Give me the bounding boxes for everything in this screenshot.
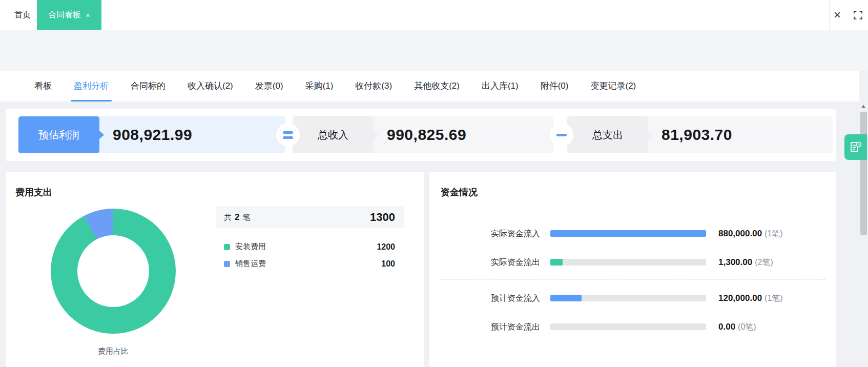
tab-contract-board[interactable]: 合同看板 × xyxy=(37,0,101,30)
legend-label: 安装费用 xyxy=(235,242,377,252)
funds-row-value: 1,300.00 xyxy=(718,257,752,267)
contract-dashboard-app: 首页 合同看板 × × 合同：安装中央空调项目 未完成部分开票部分收款部分收入确… xyxy=(0,0,868,367)
arrow-right-icon xyxy=(373,130,378,139)
legend-value: 1200 xyxy=(377,242,395,252)
funds-row-value-group: 1,300.00(2笔) xyxy=(718,254,773,271)
funds-bar xyxy=(550,230,706,237)
expense-value: 81,903.70 xyxy=(662,116,732,153)
legend-header: 共2笔 1300 xyxy=(216,206,404,228)
funds-bar xyxy=(550,323,706,330)
funds-row-value: 0.00 xyxy=(718,322,735,332)
funds-row-label: 预计资金流入 xyxy=(460,290,540,307)
funds-row-value-group: 0.00(0笔) xyxy=(718,318,756,336)
operation-log-button[interactable] xyxy=(844,134,867,160)
content-tab[interactable]: 其他收支(2) xyxy=(414,71,460,101)
tab-contract-board-label: 合同看板 xyxy=(48,0,81,30)
window-topbar: 首页 合同看板 × × xyxy=(0,0,868,30)
legend-value: 100 xyxy=(381,259,395,269)
content-tab[interactable]: 看板 xyxy=(34,71,52,101)
profit-value-area: 预估利润 908,921.99 xyxy=(18,116,285,153)
funds-row-count: (0笔) xyxy=(738,322,756,331)
content-tab[interactable]: 采购(1) xyxy=(305,71,334,101)
expense-total-value: 1300 xyxy=(370,211,395,224)
funds-bar-fill xyxy=(550,230,706,237)
expense-value-area: 总支出 81,903.70 xyxy=(567,116,833,153)
funds-row: 预计资金流出0.00(0笔) xyxy=(429,318,836,336)
funds-bar-fill xyxy=(550,259,563,266)
expense-label: 总支出 xyxy=(567,116,648,153)
funds-bar xyxy=(550,295,706,301)
income-label: 总收入 xyxy=(293,116,374,153)
legend-color-square xyxy=(224,244,230,250)
content-tab[interactable]: 盈利分析 xyxy=(74,71,109,101)
funds-row: 实际资金流入880,000.00(1笔) xyxy=(429,225,836,242)
donut-hole xyxy=(77,235,149,307)
minus-icon xyxy=(550,123,573,147)
funds-row-count: (1笔) xyxy=(764,294,783,302)
detail-tabs: 看板盈利分析合同标的收入确认(2)发票(0)采购(1)收付款(3)其他收支(2)… xyxy=(0,71,859,101)
arrow-right-icon xyxy=(99,130,104,139)
funds-row-label: 预计资金流出 xyxy=(460,318,540,336)
donut-caption: 费用占比 xyxy=(51,346,176,356)
document-clock-icon xyxy=(849,140,862,154)
income-label-text: 总收入 xyxy=(318,128,348,142)
funds-row: 预计资金流入120,000.00(1笔) xyxy=(429,290,836,307)
funds-row: 实际资金流出1,300.00(2笔) xyxy=(429,254,836,271)
funds-row-count: (2笔) xyxy=(755,258,773,267)
content-tab[interactable]: 出入库(1) xyxy=(482,71,519,101)
profit-summary-band: 预估利润 908,921.99 总收入 990,825.69 总支出 81,90… xyxy=(6,109,836,161)
expense-label-text: 总支出 xyxy=(592,128,623,142)
content-tab[interactable]: 附件(0) xyxy=(541,71,569,101)
funds-row-value: 880,000.00 xyxy=(718,229,762,238)
profit-value: 908,921.99 xyxy=(113,116,192,153)
tab-home[interactable]: 首页 xyxy=(5,0,40,30)
contract-header: 合同：安装中央空调项目 未完成部分开票部分收款部分收入确认已生效 刷新 xyxy=(0,30,868,71)
funds-bar xyxy=(550,259,706,266)
content-tab[interactable]: 发票(0) xyxy=(255,71,283,101)
income-value: 990,825.69 xyxy=(387,116,466,153)
legend-item[interactable]: 安装费用1200 xyxy=(216,238,404,255)
content-tab[interactable]: 收入确认(2) xyxy=(188,71,233,101)
expense-panel: 费用支出 费用占比 共2笔 1300 安装费用1200销售运费100 xyxy=(6,172,424,367)
funds-row-count: (1笔) xyxy=(764,229,783,238)
arrow-right-icon xyxy=(648,130,653,139)
profit-label-text: 预估利润 xyxy=(38,128,79,142)
divider xyxy=(440,279,825,280)
income-value-area: 总收入 990,825.69 xyxy=(293,116,553,153)
profit-label: 预估利润 xyxy=(18,116,99,153)
legend-entry-count: 共2笔 xyxy=(224,212,250,222)
equals-icon xyxy=(276,123,300,147)
funds-row-value: 120,000.00 xyxy=(718,293,762,303)
close-icon[interactable]: × xyxy=(828,0,846,30)
funds-bar-fill xyxy=(550,295,582,301)
tab-close-icon[interactable]: × xyxy=(86,11,90,19)
content-tab[interactable]: 收付款(3) xyxy=(355,71,392,101)
legend-label: 销售运费 xyxy=(235,259,381,269)
expense-panel-title: 费用支出 xyxy=(15,186,52,198)
funds-row-label: 实际资金流入 xyxy=(460,225,540,242)
funds-panel-title: 资金情况 xyxy=(441,186,478,198)
content-tab[interactable]: 合同标的 xyxy=(131,71,166,101)
funds-row-value-group: 880,000.00(1笔) xyxy=(718,225,783,242)
funds-panel: 资金情况 实际资金流入880,000.00(1笔)实际资金流出1,300.00(… xyxy=(429,172,836,367)
legend-item[interactable]: 销售运费100 xyxy=(216,255,404,272)
fullscreen-icon[interactable] xyxy=(849,0,867,30)
expense-donut-chart xyxy=(51,209,176,334)
content-tab[interactable]: 变更记录(2) xyxy=(590,71,636,101)
scrollbar-thumb[interactable] xyxy=(860,112,867,235)
funds-row-value-group: 120,000.00(1笔) xyxy=(718,290,783,307)
legend-color-square xyxy=(224,261,230,267)
funds-row-label: 实际资金流出 xyxy=(460,254,540,271)
scrollbar-up-arrow[interactable] xyxy=(861,105,865,108)
